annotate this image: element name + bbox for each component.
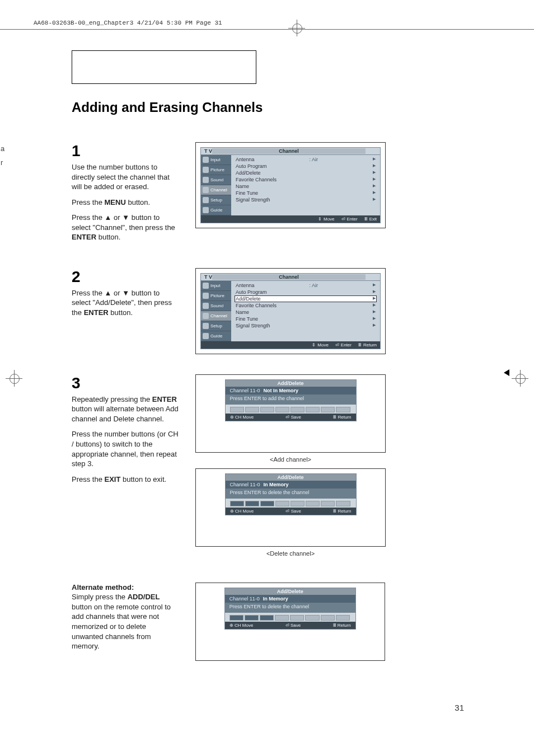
- step-1-text-c: Press the ▲ or ▼ button to select "Chann…: [72, 213, 180, 242]
- chevron-right-icon: ▶: [373, 177, 376, 182]
- step-1-text-a: Use the number buttons to directly selec…: [72, 162, 180, 192]
- footer-save: ⏎ Save: [285, 415, 301, 420]
- chevron-right-icon: ▶: [373, 303, 376, 308]
- alt-screenshot: Add/Delete Channel 11-0In Memory Press E…: [195, 583, 385, 661]
- menu-item-signal: Signal Strength▶: [235, 196, 377, 203]
- channel-icon: [203, 187, 209, 193]
- chevron-right-icon: ▶: [373, 323, 376, 328]
- menu-tv-label: T V: [204, 274, 212, 280]
- step-2-screenshot: T V Channel Input Picture Sound Channel …: [195, 268, 386, 354]
- step-3-text-b: Press the number buttons (or CH / button…: [72, 429, 180, 468]
- chmove-icon: ⊕: [230, 415, 234, 420]
- setup-icon: [203, 323, 209, 329]
- add-caption: <Add channel>: [195, 456, 386, 463]
- chevron-right-icon: ▶: [373, 163, 376, 169]
- channel-icon: [203, 313, 209, 319]
- sub-row-msg: Press ENTER to delete the channel: [225, 603, 355, 613]
- step-2-text: Press the ▲ or ▼ button to select "Add/D…: [72, 288, 180, 318]
- crop-mark-left: [6, 370, 22, 387]
- sub-title: Add/Delete: [226, 380, 356, 387]
- menu-item-add: Add/Delete▶: [235, 170, 377, 176]
- file-header: AA68-03263B-00_eng_Chapter3 4/21/04 5:30…: [34, 20, 222, 26]
- alt-method-text: Alternate method:Simply press the ADD/DE…: [72, 583, 180, 651]
- chapter-box: [72, 50, 256, 84]
- tab-setup: Setup: [201, 195, 231, 205]
- input-icon: [203, 157, 209, 163]
- picture-icon: [203, 167, 209, 173]
- return-icon: Ⅲ: [333, 623, 336, 628]
- margin-letter-r: r: [1, 158, 4, 167]
- sub-row-channel: Channel 11-0Not In Memory: [226, 387, 356, 395]
- footer-enter: ⏎Enter: [341, 217, 358, 222]
- save-icon: ⏎: [285, 509, 289, 514]
- sub-title: Add/Delete: [226, 474, 356, 481]
- guide-icon: [203, 207, 209, 213]
- chevron-right-icon: ▶: [373, 309, 376, 315]
- footer-chmove: ⊕ CH Move: [229, 623, 254, 628]
- chevron-right-icon: ▶: [373, 157, 376, 162]
- step-2-number: 2: [72, 268, 180, 286]
- footer-exit: ⅢExit: [364, 217, 377, 222]
- tab-sound: Sound: [201, 175, 231, 185]
- sub-row-msg: Press ENTER to delete the channel: [226, 489, 356, 499]
- menu-item-name: Name▶: [235, 183, 377, 190]
- menu-item-signal: Signal Strength▶: [235, 322, 377, 329]
- picture-icon: [203, 293, 209, 299]
- step-1-text-b: Press the MENU button.: [72, 198, 180, 208]
- step-3-number: 3: [72, 374, 180, 392]
- menu-heading: Channel: [212, 274, 366, 280]
- step-1-screenshot: T V Channel Input Picture Sound Channel …: [195, 142, 386, 228]
- menu-item-fine: Fine Tune▶: [235, 190, 377, 196]
- footer-chmove: ⊕ CH Move: [230, 509, 254, 514]
- sub-title: Add/Delete: [225, 588, 355, 595]
- chevron-right-icon: ▶: [373, 197, 376, 203]
- setup-icon: [203, 197, 209, 203]
- chevron-right-icon: ▶: [373, 296, 376, 302]
- crop-mark-right: [512, 370, 528, 387]
- progress-bar: [230, 501, 352, 506]
- tab-picture: Picture: [201, 291, 231, 301]
- input-icon: [203, 283, 209, 289]
- chevron-right-icon: ▶: [373, 289, 376, 295]
- tab-guide: Guide: [201, 205, 231, 215]
- exit-icon: Ⅲ: [364, 217, 368, 222]
- step-3-delete-screenshot: Add/Delete Channel 11-0In Memory Press E…: [195, 468, 386, 547]
- progress-bar: [230, 407, 352, 412]
- margin-letter-a: a: [1, 144, 4, 153]
- tab-input: Input: [201, 281, 231, 291]
- footer-move: ⇕Move: [318, 217, 335, 222]
- step-3-add-screenshot: Add/Delete Channel 11-0Not In Memory Pre…: [195, 374, 386, 453]
- chevron-right-icon: ▶: [373, 190, 376, 196]
- sub-row-channel: Channel 11-0In Memory: [225, 595, 355, 603]
- return-icon: Ⅲ: [358, 342, 362, 348]
- chevron-right-icon: ▶: [373, 316, 376, 322]
- menu-item-auto: Auto Program▶: [235, 163, 377, 170]
- footer-chmove: ⊕ CH Move: [230, 415, 254, 420]
- step-3-text-c: Press the EXIT button to exit.: [72, 475, 180, 485]
- updown-icon: ⇕: [312, 342, 316, 348]
- top-rule: [0, 29, 534, 30]
- chmove-icon: ⊕: [230, 509, 234, 514]
- chevron-right-icon: ▶: [373, 170, 376, 176]
- chevron-right-icon: ▶: [373, 184, 376, 189]
- footer-return: Ⅲ Return: [333, 509, 351, 514]
- chmove-icon: ⊕: [229, 623, 233, 628]
- save-icon: ⏎: [285, 623, 289, 628]
- menu-heading: Channel: [212, 148, 366, 154]
- updown-icon: ⇕: [318, 217, 322, 222]
- tab-channel: Channel: [201, 185, 231, 195]
- tab-guide: Guide: [201, 331, 231, 341]
- footer-return: ⅢReturn: [358, 342, 377, 348]
- tab-picture: Picture: [201, 165, 231, 175]
- sub-row-msg: Press ENTER to add the channel: [226, 395, 356, 405]
- footer-save: ⏎ Save: [285, 623, 301, 628]
- footer-return: Ⅲ Return: [333, 623, 351, 628]
- marker-triangle-icon: [504, 369, 509, 376]
- menu-item-fav: Favorite Channels▶: [235, 176, 377, 183]
- page-title: Adding and Erasing Channels: [72, 100, 463, 115]
- enter-icon: ⏎: [335, 342, 339, 348]
- guide-icon: [203, 333, 209, 339]
- sound-icon: [203, 177, 209, 183]
- menu-item-name: Name▶: [235, 309, 377, 316]
- margin-letters: a r: [1, 144, 4, 172]
